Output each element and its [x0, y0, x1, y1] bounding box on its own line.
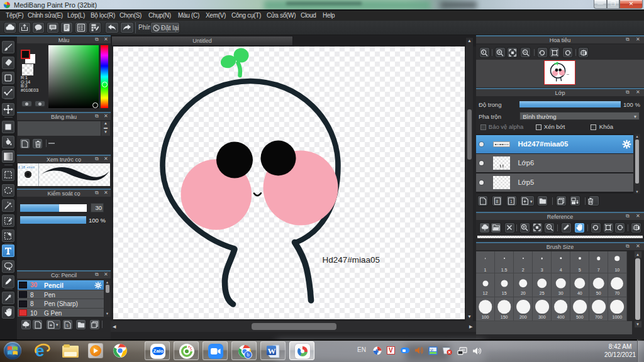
svg-text:Vi: Vi	[430, 348, 433, 352]
svg-text:W: W	[268, 346, 276, 356]
svg-text:S: S	[66, 324, 69, 327]
svg-text:8: 8	[496, 199, 498, 203]
svg-text:Hd247#miaa05: Hd247#miaa05	[323, 255, 380, 265]
svg-text:1: 1	[510, 199, 513, 203]
svg-text:↯: ↯	[375, 348, 380, 354]
